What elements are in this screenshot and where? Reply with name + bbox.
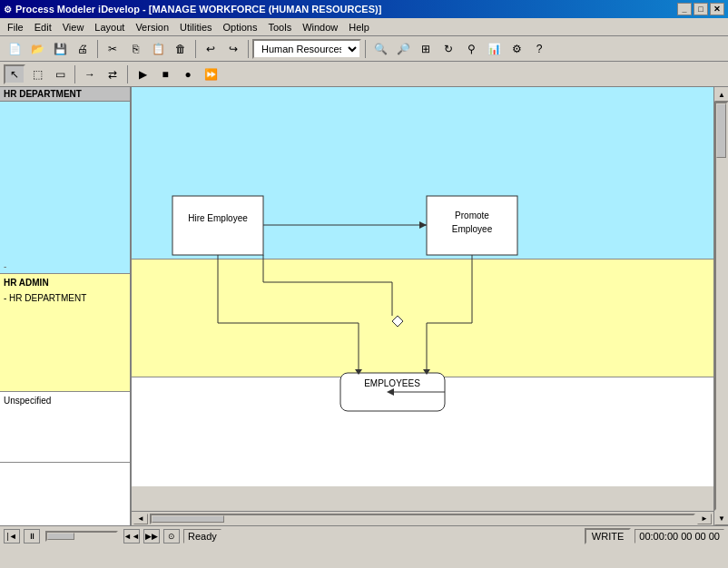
vscroll-track[interactable] bbox=[714, 102, 728, 511]
status-thumb[interactable] bbox=[47, 533, 74, 540]
record-tool[interactable]: ● bbox=[177, 64, 199, 84]
window-controls: _ □ ✕ bbox=[677, 3, 724, 15]
menu-bar: File Edit View Layout Version Utilities … bbox=[0, 18, 728, 36]
cut-button[interactable]: ✂ bbox=[102, 39, 123, 59]
sep4 bbox=[365, 40, 366, 58]
new-button[interactable]: 📄 bbox=[4, 39, 25, 59]
title-bar: ⚙ Process Modeler iDevelop - [MANAGE WOR… bbox=[0, 0, 728, 18]
menu-version[interactable]: Version bbox=[130, 20, 174, 34]
vscroll-thumb[interactable] bbox=[716, 103, 726, 158]
sep1 bbox=[97, 40, 98, 58]
status-left: |◄ ⏸ ◄◄ ▶▶ ⊙ Ready bbox=[4, 529, 221, 544]
paste-button[interactable]: 📋 bbox=[147, 39, 169, 59]
vscroll-up[interactable]: ▲ bbox=[714, 87, 728, 102]
menu-edit[interactable]: Edit bbox=[29, 20, 57, 34]
ready-label: Ready bbox=[183, 529, 221, 544]
yellow-swim-lane bbox=[132, 260, 713, 377]
media-prev[interactable]: ◄◄ bbox=[123, 529, 140, 544]
copy-button[interactable]: ⎘ bbox=[124, 39, 146, 59]
maximize-button[interactable]: □ bbox=[694, 3, 708, 15]
status-track[interactable] bbox=[45, 531, 118, 542]
menu-tools[interactable]: Tools bbox=[262, 20, 297, 34]
write-badge: WRITE bbox=[585, 528, 631, 544]
refresh-button[interactable]: ↻ bbox=[438, 39, 459, 59]
menu-utilities[interactable]: Utilities bbox=[174, 20, 217, 34]
canvas-inner: Hire Employee Promote Employee EMPLOYEES bbox=[132, 87, 713, 525]
toolbar2: ↖ ⬚ ▭ → ⇄ ▶ ■ ● ⏩ bbox=[0, 62, 728, 87]
config-button[interactable]: ⚙ bbox=[506, 39, 527, 59]
toolbar1: 📄 📂 💾 🖨 ✂ ⎘ 📋 🗑 ↩ ↪ Human Resources 🔍 🔎 … bbox=[0, 36, 728, 62]
hr-dept-label: - HR DEPARTMENT bbox=[4, 293, 126, 303]
sep3 bbox=[248, 40, 249, 58]
prop-button[interactable]: 📊 bbox=[483, 39, 505, 59]
stop-tool[interactable]: ■ bbox=[154, 64, 176, 84]
unspecified-area: Unspecified bbox=[0, 392, 130, 463]
status-right: WRITE 00:00:00 00 00 00 bbox=[585, 528, 724, 544]
white-swim-lane bbox=[132, 377, 713, 486]
select-box-tool[interactable]: ⬚ bbox=[26, 64, 48, 84]
media-pause[interactable]: ⏸ bbox=[24, 529, 40, 544]
vertical-scrollbar: ▲ ▼ bbox=[713, 87, 728, 525]
close-button[interactable]: ✕ bbox=[710, 3, 724, 15]
left-panel-header: HR DEPARTMENT bbox=[0, 87, 130, 102]
menu-help[interactable]: Help bbox=[343, 20, 375, 34]
canvas-wrapper: Hire Employee Promote Employee EMPLOYEES bbox=[132, 87, 728, 525]
sep6 bbox=[127, 65, 128, 83]
select-tool[interactable]: ↖ bbox=[4, 64, 25, 84]
sep5 bbox=[74, 65, 75, 83]
hscroll-thumb[interactable] bbox=[152, 515, 224, 523]
help-button[interactable]: ? bbox=[528, 39, 550, 59]
menu-layout[interactable]: Layout bbox=[89, 20, 130, 34]
play-tool[interactable]: ▶ bbox=[132, 64, 153, 84]
zoom-out-button[interactable]: 🔎 bbox=[392, 39, 414, 59]
menu-window[interactable]: Window bbox=[297, 20, 343, 34]
horizontal-scrollbar: ◄ ► bbox=[132, 511, 713, 525]
save-button[interactable]: 💾 bbox=[49, 39, 71, 59]
open-button[interactable]: 📂 bbox=[26, 39, 48, 59]
empty-bottom-area bbox=[0, 463, 130, 525]
title-text: Process Modeler iDevelop - [MANAGE WORKF… bbox=[15, 4, 381, 15]
vscroll-down[interactable]: ▼ bbox=[714, 511, 728, 525]
media-start[interactable]: |◄ bbox=[4, 529, 20, 544]
arrow-inout-tool[interactable]: ⇄ bbox=[102, 64, 123, 84]
hr-admin-label: HR ADMIN bbox=[4, 278, 126, 288]
sep2 bbox=[195, 40, 196, 58]
media-settings[interactable]: ⊙ bbox=[163, 529, 180, 544]
yellow-lane-area: HR ADMIN - HR DEPARTMENT bbox=[0, 274, 130, 392]
search-button[interactable]: ⚲ bbox=[460, 39, 482, 59]
fastforward-tool[interactable]: ⏩ bbox=[200, 64, 221, 84]
blue-swim-lane bbox=[132, 87, 713, 260]
hscroll-track[interactable] bbox=[150, 514, 695, 524]
minimize-button[interactable]: _ bbox=[677, 3, 692, 15]
rect-tool[interactable]: ▭ bbox=[49, 64, 71, 84]
delete-button[interactable]: 🗑 bbox=[170, 39, 192, 59]
undo-button[interactable]: ↩ bbox=[200, 39, 221, 59]
menu-view[interactable]: View bbox=[57, 20, 90, 34]
menu-file[interactable]: File bbox=[2, 20, 29, 34]
hscroll-right[interactable]: ► bbox=[697, 514, 712, 524]
unspecified-label: Unspecified bbox=[4, 396, 126, 406]
blue-lane-minus: - bbox=[4, 261, 6, 271]
timestamp-label: 00:00:00 00 00 00 bbox=[635, 529, 724, 544]
context-dropdown[interactable]: Human Resources bbox=[252, 39, 361, 59]
zoom-in-button[interactable]: 🔍 bbox=[369, 39, 391, 59]
swim-lanes-container: Hire Employee Promote Employee EMPLOYEES bbox=[132, 87, 713, 511]
main-content: HR DEPARTMENT - HR ADMIN - HR DEPARTMENT… bbox=[0, 87, 728, 525]
status-bar: |◄ ⏸ ◄◄ ▶▶ ⊙ Ready WRITE 00:00:00 00 00 … bbox=[0, 525, 728, 545]
left-panel: HR DEPARTMENT - HR ADMIN - HR DEPARTMENT… bbox=[0, 87, 132, 525]
media-next[interactable]: ▶▶ bbox=[143, 529, 160, 544]
zoom-fit-button[interactable]: ⊞ bbox=[415, 39, 437, 59]
print-button[interactable]: 🖨 bbox=[72, 39, 93, 59]
menu-options[interactable]: Options bbox=[218, 20, 263, 34]
redo-button[interactable]: ↪ bbox=[222, 39, 244, 59]
arrow-right-tool[interactable]: → bbox=[79, 64, 101, 84]
app-icon: ⚙ bbox=[4, 5, 12, 15]
hscroll-left[interactable]: ◄ bbox=[133, 514, 148, 524]
blue-lane-label: - bbox=[0, 102, 130, 274]
